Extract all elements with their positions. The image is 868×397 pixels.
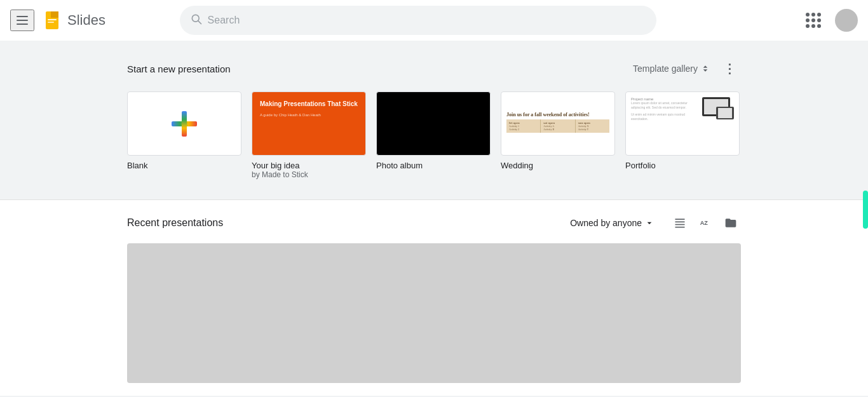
top-nav: Slides [0, 0, 868, 41]
nav-right [797, 4, 858, 37]
portfolio-device [702, 97, 734, 119]
more-options-button[interactable]: ⋮ [718, 56, 741, 81]
search-icon [190, 13, 203, 29]
sort-button[interactable]: AZ [695, 213, 715, 233]
google-apps-button[interactable] [797, 4, 830, 37]
svg-rect-9 [675, 227, 685, 228]
menu-button[interactable] [10, 10, 34, 31]
plus-icon [172, 111, 197, 137]
recent-section: Recent presentations Owned by anyone [0, 199, 868, 396]
slides-logo-icon [42, 10, 62, 30]
your-big-idea-label: Your big idea [252, 161, 366, 170]
templates-row: Blank Making Presentations That Stick A … [127, 91, 741, 184]
svg-rect-6 [675, 219, 685, 220]
blank-label: Blank [127, 161, 241, 170]
template-card-portfolio[interactable]: Project name Lorem ipsum dolor sit amet,… [625, 91, 740, 179]
template-gallery-label: Template gallery [633, 64, 698, 74]
recent-title: Recent presentations [127, 217, 223, 229]
portfolio-label: Portfolio [625, 161, 740, 170]
folder-icon [724, 217, 737, 229]
wedding-col-3: sun open Activity X Activity Y [576, 119, 609, 133]
templates-header: Start a new presentation Template galler… [127, 56, 741, 81]
svg-line-5 [198, 20, 201, 24]
wedding-label: Wedding [501, 161, 615, 170]
template-gallery-button[interactable]: Template gallery [628, 61, 715, 76]
svg-rect-7 [675, 222, 685, 223]
photo-album-thumbnail [376, 91, 491, 156]
portfolio-text: Project name Lorem ipsum dolor sit amet,… [631, 97, 698, 121]
main-content: Start a new presentation Template galler… [0, 41, 868, 184]
template-card-photo-album[interactable]: Photo album [376, 91, 491, 179]
avatar[interactable] [835, 9, 858, 32]
wedding-thumbnail: Join us for a fall weekend of activities… [501, 91, 615, 156]
start-new-label: Start a new presentation [127, 64, 231, 74]
template-card-blank[interactable]: Blank [127, 91, 241, 179]
search-input[interactable] [208, 15, 646, 26]
list-view-button[interactable] [670, 213, 690, 233]
svg-text:AZ: AZ [700, 220, 709, 226]
orange-thumbnail: Making Presentations That Stick A guide … [252, 91, 366, 156]
portfolio-body-2: Ut enim ad minim veniam quis nostrud exe… [631, 112, 698, 121]
svg-rect-1 [51, 11, 58, 18]
orange-slide-title: Making Presentations That Stick [260, 100, 358, 108]
recent-presentations-placeholder [127, 243, 741, 383]
view-icons: AZ [670, 213, 741, 233]
svg-rect-3 [48, 22, 54, 23]
wedding-col-2: sat open Activity A Activity B [541, 119, 575, 133]
list-view-icon [674, 217, 686, 229]
owned-by-button[interactable]: Owned by anyone [565, 214, 660, 232]
portfolio-body-text: Lorem ipsum dolor sit amet, consectetur … [631, 101, 698, 110]
your-big-idea-author: by Made to Stick [252, 170, 366, 179]
expand-icon [700, 64, 710, 74]
wedding-header: Join us for a fall weekend of activities… [506, 112, 590, 118]
portfolio-thumbnail: Project name Lorem ipsum dolor sit amet,… [625, 91, 740, 156]
wedding-col-1: fri open Activity 1 Activity 2 [506, 119, 541, 133]
sort-az-icon: AZ [699, 217, 712, 229]
owned-by-label: Owned by anyone [570, 218, 642, 228]
tablet-screen [718, 108, 732, 118]
scrollbar-indicator[interactable] [863, 191, 868, 229]
svg-rect-2 [48, 19, 57, 20]
tablet-icon [716, 107, 734, 119]
orange-slide-subtitle: A guide by Chip Heath & Dan Heath [260, 113, 321, 117]
blank-thumbnail [127, 91, 241, 156]
dropdown-arrow-icon [644, 218, 654, 228]
folder-view-button[interactable] [721, 213, 741, 233]
app-logo[interactable]: Slides [42, 10, 105, 30]
wedding-columns: fri open Activity 1 Activity 2 sat open … [506, 119, 609, 133]
recent-controls: Owned by anyone AZ [565, 213, 741, 233]
svg-rect-8 [675, 224, 685, 225]
search-bar [180, 6, 656, 35]
app-name: Slides [67, 12, 105, 29]
template-card-wedding[interactable]: Join us for a fall weekend of activities… [501, 91, 615, 179]
template-card-your-big-idea[interactable]: Making Presentations That Stick A guide … [252, 91, 366, 179]
photo-album-label: Photo album [376, 161, 491, 170]
grid-dots-icon [801, 8, 826, 33]
recent-header: Recent presentations Owned by anyone [127, 213, 741, 233]
